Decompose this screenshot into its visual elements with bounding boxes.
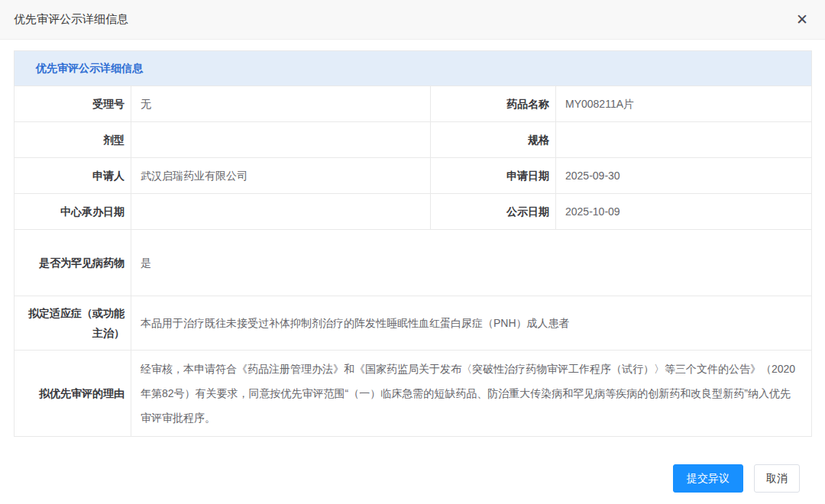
table-row: 剂型 规格 [15, 122, 812, 158]
modal-header: 优先审评公示详细信息 ✕ [0, 0, 825, 40]
table-section-header: 优先审评公示详细信息 [15, 51, 812, 86]
field-label-apply-date: 申请日期 [431, 158, 556, 194]
field-value-specification [556, 122, 812, 158]
field-value-applicant: 武汉启瑞药业有限公司 [131, 158, 431, 194]
modal-title: 优先审评公示详细信息 [14, 12, 128, 27]
priority-review-detail-modal: 优先审评公示详细信息 ✕ 优先审评公示详细信息 受理号 无 药品名称 MY008… [0, 0, 825, 504]
field-label-acceptance-no: 受理号 [15, 86, 131, 122]
cancel-button[interactable]: 取消 [754, 464, 800, 493]
field-label-publicity-date: 公示日期 [431, 194, 556, 230]
submit-objection-button[interactable]: 提交异议 [673, 464, 743, 493]
field-value-apply-date: 2025-09-30 [556, 158, 812, 194]
field-value-dosage-form [131, 122, 431, 158]
field-label-dosage-form: 剂型 [15, 122, 131, 158]
section-title: 优先审评公示详细信息 [36, 62, 143, 74]
table-row: 中心承办日期 公示日期 2025-10-09 [15, 194, 812, 230]
close-icon[interactable]: ✕ [793, 11, 811, 28]
table-row: 是否为罕见病药物 是 [15, 230, 812, 296]
field-label-priority-reason: 拟优先审评的理由 [15, 351, 131, 437]
field-value-indication: 本品用于治疗既往未接受过补体抑制剂治疗的阵发性睡眠性血红蛋白尿症（PNH）成人患… [131, 296, 812, 351]
table-row: 申请人 武汉启瑞药业有限公司 申请日期 2025-09-30 [15, 158, 812, 194]
field-label-rare-disease: 是否为罕见病药物 [15, 230, 131, 296]
field-label-center-accept-date: 中心承办日期 [15, 194, 131, 230]
table-section-header-row: 优先审评公示详细信息 [15, 51, 812, 86]
field-value-priority-reason: 经审核，本申请符合《药品注册管理办法》和《国家药监局关于发布〈突破性治疗药物审评… [131, 351, 812, 437]
field-label-indication: 拟定适应症（或功能主治） [15, 296, 131, 351]
field-value-center-accept-date [131, 194, 431, 230]
field-label-drug-name: 药品名称 [431, 86, 556, 122]
modal-footer: 提交异议 取消 [673, 464, 800, 493]
field-value-rare-disease: 是 [131, 230, 812, 296]
field-value-publicity-date: 2025-10-09 [556, 194, 812, 230]
detail-table: 优先审评公示详细信息 受理号 无 药品名称 MY008211A片 剂型 规格 申… [14, 50, 812, 437]
table-row: 拟定适应症（或功能主治） 本品用于治疗既往未接受过补体抑制剂治疗的阵发性睡眠性血… [15, 296, 812, 351]
field-value-acceptance-no: 无 [131, 86, 431, 122]
table-row: 受理号 无 药品名称 MY008211A片 [15, 86, 812, 122]
field-label-applicant: 申请人 [15, 158, 131, 194]
field-label-specification: 规格 [431, 122, 556, 158]
table-row: 拟优先审评的理由 经审核，本申请符合《药品注册管理办法》和《国家药监局关于发布〈… [15, 351, 812, 437]
field-value-drug-name: MY008211A片 [556, 86, 812, 122]
